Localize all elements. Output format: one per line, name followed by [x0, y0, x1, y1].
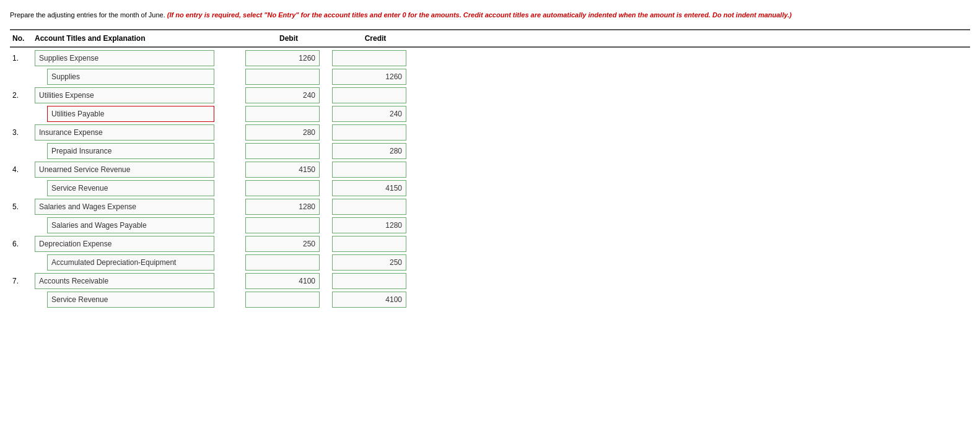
debit-input-1-2[interactable]: [245, 69, 320, 85]
entry-row: 7.: [10, 273, 970, 289]
entry-number-6: 6.: [10, 240, 35, 248]
entry-group-7: 7.: [10, 273, 970, 308]
debit-input-3-2[interactable]: [245, 143, 320, 159]
header-debit: Debit: [245, 34, 332, 43]
entry-row: [10, 69, 970, 85]
entry-row: [10, 292, 970, 308]
credit-input-1-2[interactable]: [332, 69, 406, 85]
entry-row: 4.: [10, 162, 970, 178]
credit-input-7-1[interactable]: [332, 273, 406, 289]
credit-input-6-1[interactable]: [332, 236, 406, 252]
credit-input-6-2[interactable]: [332, 254, 406, 271]
account-input-3-2[interactable]: [47, 143, 214, 159]
table-header: No. Account Titles and Explanation Debit…: [10, 29, 970, 48]
header-account: Account Titles and Explanation: [35, 34, 245, 43]
credit-input-1-1[interactable]: [332, 50, 406, 66]
entry-row: [10, 217, 970, 233]
credit-input-3-1[interactable]: [332, 124, 406, 141]
account-input-1-2[interactable]: [47, 69, 214, 85]
debit-input-5-2[interactable]: [245, 217, 320, 233]
entry-row: [10, 143, 970, 159]
account-input-2-2[interactable]: [47, 106, 214, 122]
entry-row: 2.: [10, 87, 970, 103]
entry-group-6: 6.: [10, 236, 970, 271]
credit-input-2-2[interactable]: [332, 106, 406, 122]
debit-input-7-1[interactable]: [245, 273, 320, 289]
entry-number-4: 4.: [10, 165, 35, 174]
entry-group-1: 1.: [10, 50, 970, 85]
account-input-7-2[interactable]: [47, 292, 214, 308]
entry-number-3: 3.: [10, 128, 35, 137]
credit-input-5-1[interactable]: [332, 199, 406, 215]
entry-number-2: 2.: [10, 91, 35, 100]
credit-input-2-1[interactable]: [332, 87, 406, 103]
entries-container: 1.2.3.4.5.6.7.: [10, 50, 970, 308]
account-input-1-1[interactable]: [35, 50, 214, 66]
entry-row: [10, 180, 970, 196]
account-input-7-1[interactable]: [35, 273, 214, 289]
entry-row: 1.: [10, 50, 970, 66]
account-input-6-1[interactable]: [35, 236, 214, 252]
instruction-text: Prepare the adjusting entries for the mo…: [10, 10, 970, 20]
account-input-6-2[interactable]: [47, 254, 214, 271]
credit-input-7-2[interactable]: [332, 292, 406, 308]
credit-input-4-1[interactable]: [332, 162, 406, 178]
entry-row: [10, 106, 970, 122]
header-no: No.: [10, 34, 35, 43]
entry-row: 6.: [10, 236, 970, 252]
entry-number-1: 1.: [10, 54, 35, 63]
entry-row: 5.: [10, 199, 970, 215]
entry-row: [10, 254, 970, 271]
debit-input-1-1[interactable]: [245, 50, 320, 66]
credit-input-3-2[interactable]: [332, 143, 406, 159]
entry-group-4: 4.: [10, 162, 970, 196]
account-input-4-2[interactable]: [47, 180, 214, 196]
credit-input-5-2[interactable]: [332, 217, 406, 233]
account-input-5-2[interactable]: [47, 217, 214, 233]
debit-input-3-1[interactable]: [245, 124, 320, 141]
entry-number-7: 7.: [10, 277, 35, 285]
debit-input-5-1[interactable]: [245, 199, 320, 215]
debit-input-2-1[interactable]: [245, 87, 320, 103]
entry-row: 3.: [10, 124, 970, 141]
entry-group-5: 5.: [10, 199, 970, 233]
credit-input-4-2[interactable]: [332, 180, 406, 196]
entry-group-2: 2.: [10, 87, 970, 122]
account-input-4-1[interactable]: [35, 162, 214, 178]
header-credit: Credit: [332, 34, 419, 43]
account-input-3-1[interactable]: [35, 124, 214, 141]
debit-input-4-1[interactable]: [245, 162, 320, 178]
debit-input-6-2[interactable]: [245, 254, 320, 271]
account-input-2-1[interactable]: [35, 87, 214, 103]
debit-input-7-2[interactable]: [245, 292, 320, 308]
debit-input-2-2[interactable]: [245, 106, 320, 122]
entry-group-3: 3.: [10, 124, 970, 159]
account-input-5-1[interactable]: [35, 199, 214, 215]
entry-number-5: 5.: [10, 202, 35, 211]
debit-input-4-2[interactable]: [245, 180, 320, 196]
debit-input-6-1[interactable]: [245, 236, 320, 252]
